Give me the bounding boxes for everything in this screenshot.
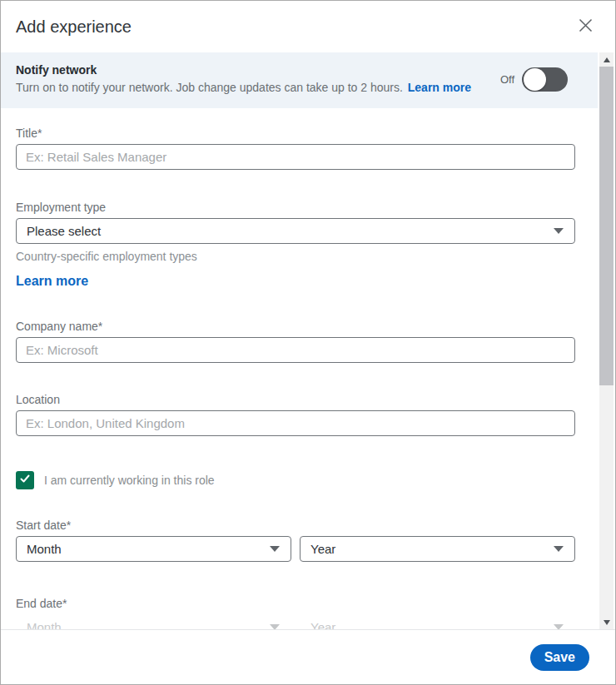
chevron-down-icon: [554, 228, 564, 234]
current-role-checkbox[interactable]: [16, 471, 34, 489]
add-experience-modal: Add experience Notify network Turn on to…: [0, 0, 616, 685]
title-label: Title*: [16, 127, 600, 140]
title-field-group: Title*: [16, 127, 600, 170]
scrollbar-up-button[interactable]: [599, 52, 614, 67]
end-date-row: Month Year: [16, 614, 575, 629]
modal-header: Add experience: [1, 1, 615, 52]
notify-banner-description: Turn on to notify your network. Job chan…: [16, 80, 471, 96]
title-input[interactable]: [16, 144, 575, 170]
notify-banner-title: Notify network: [16, 63, 471, 77]
experience-form: Title* Employment type Please select Cou…: [1, 108, 615, 629]
chevron-down-icon: [554, 546, 564, 552]
end-month-select: Month: [16, 614, 291, 629]
end-month-value: Month: [27, 620, 62, 629]
chevron-down-icon: [270, 546, 280, 552]
close-icon: [577, 17, 594, 37]
checkmark-icon: [19, 473, 31, 488]
start-month-value: Month: [27, 542, 62, 556]
end-year-value: Year: [310, 620, 335, 629]
close-button[interactable]: [572, 13, 599, 40]
employment-type-select[interactable]: Please select: [16, 218, 575, 244]
chevron-down-icon: [554, 624, 564, 629]
current-role-checkbox-row[interactable]: I am currently working in this role: [16, 471, 600, 489]
location-field-group: Location: [16, 393, 600, 436]
toggle-state-label: Off: [500, 73, 514, 86]
location-label: Location: [16, 393, 600, 406]
chevron-down-icon: [270, 624, 280, 629]
employment-type-group: Employment type Please select Country-sp…: [16, 201, 600, 289]
employment-type-helper: Country-specific employment types: [16, 250, 600, 263]
modal-body: Notify network Turn on to notify your ne…: [1, 52, 615, 629]
notify-network-banner: Notify network Turn on to notify your ne…: [1, 52, 598, 108]
employment-type-label: Employment type: [16, 201, 600, 214]
scrollbar-thumb[interactable]: [599, 67, 614, 385]
company-field-group: Company name*: [16, 320, 600, 363]
current-role-label: I am currently working in this role: [44, 474, 215, 487]
toggle-knob: [524, 68, 546, 91]
notify-toggle-group: Off: [500, 67, 568, 92]
end-year-select: Year: [300, 614, 575, 629]
company-name-label: Company name*: [16, 320, 600, 333]
save-button[interactable]: Save: [530, 644, 589, 671]
start-date-group: Start date* Month Year: [16, 519, 600, 562]
page-title: Add experience: [16, 17, 132, 37]
location-input[interactable]: [16, 410, 575, 436]
company-name-input[interactable]: [16, 337, 575, 363]
modal-footer: Save: [1, 629, 615, 684]
scroll-up-icon: [604, 57, 610, 62]
notify-network-toggle[interactable]: [522, 67, 568, 92]
start-year-value: Year: [310, 542, 335, 556]
start-date-row: Month Year: [16, 536, 575, 562]
end-date-label: End date*: [16, 597, 600, 610]
notify-banner-text: Notify network Turn on to notify your ne…: [16, 63, 471, 96]
employment-learn-more-link[interactable]: Learn more: [16, 274, 88, 289]
start-date-label: Start date*: [16, 519, 600, 532]
scrollbar-down-button[interactable]: [599, 615, 614, 629]
notify-learn-more-link[interactable]: Learn more: [408, 81, 471, 94]
employment-type-value: Please select: [27, 224, 101, 238]
scroll-down-icon: [604, 620, 610, 625]
start-year-select[interactable]: Year: [300, 536, 575, 562]
end-date-group: End date* Month Year: [16, 597, 600, 629]
scrollbar[interactable]: [599, 52, 614, 629]
start-month-select[interactable]: Month: [16, 536, 291, 562]
